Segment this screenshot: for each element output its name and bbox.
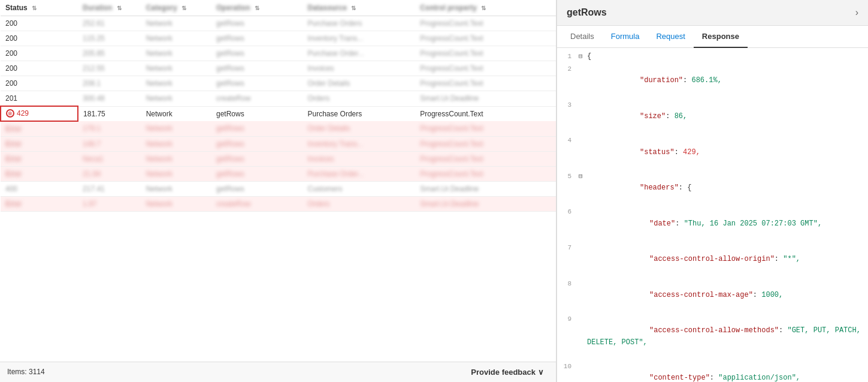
line-num-1: 1 [557,51,579,62]
cell-status: 200 [1,46,78,61]
table-body: 200 252.61 Network getRows Purchase Orde… [1,16,556,212]
cell-datasource: Invoices [303,151,416,166]
tab-formula[interactable]: Formula [603,26,648,48]
code-line-7: 7 "access-control-allow-origin": "*", [557,242,868,278]
col-operation[interactable]: Operation ⇅ [211,0,303,16]
line-num-9: 9 [557,314,579,325]
line-num-7: 7 [557,242,579,254]
table-row[interactable]: 201 300.48 Network createRow Orders Smar… [1,91,556,107]
right-panel: getRows › Details Formula Request Respon… [557,0,868,382]
right-panel-close-icon[interactable]: › [855,7,858,18]
col-duration[interactable]: Duration ⇅ [78,0,141,16]
sort-icon-category: ⇅ [182,5,186,11]
table-scroll[interactable]: Status ⇅ Duration ⇅ Category ⇅ Operati [0,0,556,362]
cell-duration: 179.1 [78,121,141,137]
col-category[interactable]: Category ⇅ [141,0,211,16]
cell-control: Smart.Ur.Deadline [415,181,556,196]
table-header-row: Status ⇅ Duration ⇅ Category ⇅ Operati [1,0,556,16]
table-row[interactable]: Error 179.1 Network getRows Order Detail… [1,121,556,137]
tab-response[interactable]: Response [694,26,748,48]
feedback-chevron-icon: ∨ [538,368,544,377]
code-panel[interactable]: 1 ⊟ { 2 "duration": 686.1%, 3 "size": 86… [557,48,868,382]
cell-duration-429: 181.75 [78,106,141,121]
col-control-property[interactable]: Control property ⇅ [415,0,556,16]
cell-category: Network [141,46,211,61]
cell-control-429: ProgressCount.Text [415,106,556,121]
cell-status: 200 [1,16,78,31]
cell-status: Error [1,136,78,151]
table-row[interactable]: Error 1.97 Network createRow Orders Smar… [1,196,556,211]
cell-control: ProgressCount.Text [415,121,556,137]
cell-datasource: Inventory Trans... [303,31,416,46]
footer-bar: Items: 3114 Provide feedback ∨ [0,362,556,382]
provide-feedback-button[interactable]: Provide feedback ∨ [466,365,549,379]
cell-duration: 148.7 [78,136,141,151]
code-line-8: 8 "access-control-max-age": 1000, [557,278,868,314]
table-row[interactable]: 200 208.1 Network getRows Order Details … [1,76,556,91]
cell-control: ProgressCount.Text [415,76,556,91]
table-row[interactable]: 200 115.25 Network getRows Inventory Tra… [1,31,556,46]
spacer-3 [579,100,587,100]
table-row-429[interactable]: ⊗ 429 181.75 Network getRows Purchase Or… [1,106,556,121]
cell-datasource: Order Details [303,76,416,91]
sort-icon-operation: ⇅ [255,5,259,11]
cell-status: Error [1,196,78,211]
spacer-4 [579,135,587,136]
code-line-1: 1 ⊟ { [557,50,868,63]
code-line-4: 4 "status": 429, [557,134,868,170]
cell-datasource: Purchase Orders [303,16,416,31]
cell-control: Smart.Ur.Deadline [415,196,556,211]
line-content-2: "duration": 686.1%, [587,64,868,98]
right-panel-title: getRows [567,7,607,18]
table-row[interactable]: 200 212.55 Network getRows Invoices Prog… [1,61,556,76]
cell-duration: 205.85 [78,46,141,61]
table-row[interactable]: Error 21.94 Network getRows Purchase Ord… [1,166,556,181]
col-duration-label: Duration [83,4,112,12]
sort-icon-duration: ⇅ [117,5,122,11]
status-value-429: 429 [17,109,29,118]
cell-control: ProgressCount.Text [415,16,556,31]
sort-icon-datasource: ⇅ [351,5,356,11]
line-num-10: 10 [557,361,579,372]
collapse-icon-1[interactable]: ⊟ [579,51,587,62]
code-line-2: 2 "duration": 686.1%, [557,63,868,99]
cell-duration: 217.41 [78,181,141,196]
col-status[interactable]: Status ⇅ [1,0,78,16]
col-datasource-label: Datasource [308,4,347,12]
cell-control: ProgressCount.Text [415,46,556,61]
table-row[interactable]: 400 217.41 Network getRows Customers Sma… [1,181,556,196]
spacer-9 [579,314,587,314]
main-container: Status ⇅ Duration ⇅ Category ⇅ Operati [0,0,868,382]
cell-control: ProgressCount.Text [415,151,556,166]
col-datasource[interactable]: Datasource ⇅ [303,0,416,16]
collapse-icon-5[interactable]: ⊟ [579,171,587,182]
cell-operation: getRows [211,181,303,196]
line-num-6: 6 [557,206,579,218]
line-content-3: "size": 86, [587,100,868,134]
tab-request[interactable]: Request [648,26,693,48]
cell-status: 200 [1,61,78,76]
items-count: Items: 3114 [7,368,45,376]
tabs-row: Details Formula Request Response [557,26,868,48]
cell-control: ProgressCount.Text [415,166,556,181]
line-content-7: "access-control-allow-origin": "*", [587,242,868,277]
cell-operation: getRows [211,121,303,137]
line-num-8: 8 [557,278,579,290]
sort-icon-control: ⇅ [481,5,486,11]
table-row[interactable]: 200 252.61 Network getRows Purchase Orde… [1,16,556,31]
cell-datasource: Inventory Trans... [303,136,416,151]
col-category-label: Category [146,4,177,12]
table-row[interactable]: Error 148.7 Network getRows Inventory Tr… [1,136,556,151]
cell-duration: Neca1 [78,151,141,166]
cell-operation: getRows [211,136,303,151]
table-row[interactable]: 200 205.85 Network getRows Purchase Orde… [1,46,556,61]
sort-icon-status: ⇅ [32,5,37,11]
tab-details[interactable]: Details [562,26,603,48]
col-operation-label: Operation [216,4,250,12]
network-table: Status ⇅ Duration ⇅ Category ⇅ Operati [0,0,556,212]
cell-category: Network [141,121,211,137]
cell-operation: getRows [211,166,303,181]
cell-datasource: Customers [303,181,416,196]
table-row[interactable]: Error Neca1 Network getRows Invoices Pro… [1,151,556,166]
cell-datasource: Invoices [303,61,416,76]
